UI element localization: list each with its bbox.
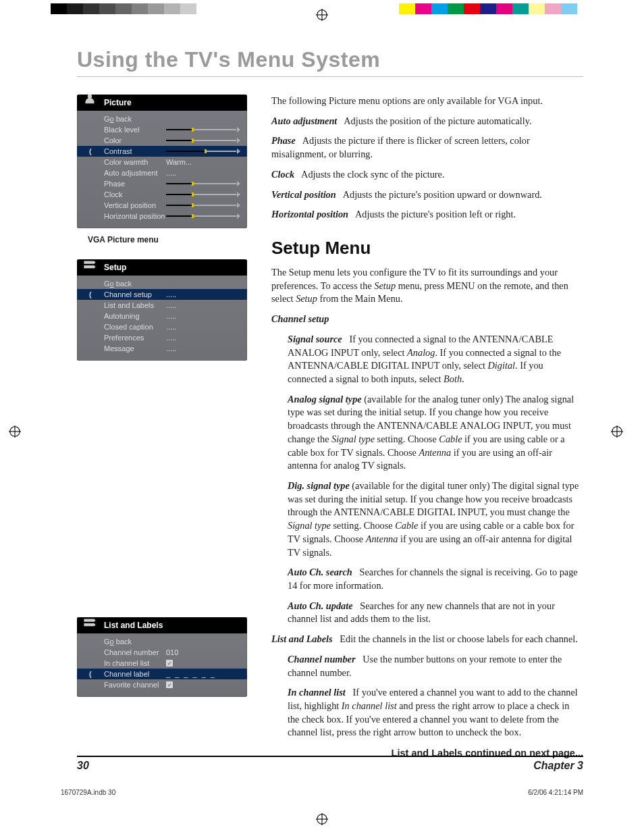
osd-row: Color warmthWarm... [104,157,240,167]
left-column: Picture Go backBlack levelColorContrastC… [77,95,247,697]
color-swatch [415,3,431,14]
color-swatch [51,3,67,14]
osd-row: Autotuning..... [104,311,240,321]
osd-row: Color [104,135,240,146]
def-auto-ch-update: Auto Ch. update Searches for any new cha… [288,600,583,626]
osd-row: Auto adjustment..... [104,167,240,178]
color-swatch [99,3,115,14]
osd-row: Channel setup..... [77,289,247,300]
print-timestamp: 6/2/06 4:21:14 PM [528,789,583,796]
osd-header: Setup [77,259,247,276]
registration-mark-icon [316,9,328,21]
osd-row-label: Channel number [104,648,166,656]
page-title: Using the TV's Menu System [77,47,583,72]
osd-row-value: ..... [166,323,176,331]
osd-row-value: Warm... [166,158,192,166]
def-analog-signal-type: Analog signal type (available for the an… [288,393,583,473]
color-swatch [399,3,415,14]
color-swatch [164,3,180,14]
osd-row: Go back [104,278,240,289]
checkbox-icon: ✓ [166,660,173,667]
def-list-and-labels: List and Labels Edit the channels in the… [271,633,583,646]
osd-row: Black level [104,124,240,135]
registration-mark-icon [9,425,21,438]
osd-slider [166,183,236,184]
osd-slider [166,129,236,130]
def-digital-signal-type: Dig. signal type (available for the digi… [288,479,583,559]
color-swatch [577,3,593,14]
color-swatch [448,3,464,14]
def-auto-ch-search: Auto Ch. search Searches for channels th… [288,566,583,592]
def-channel-number: Channel number Use the number buttons on… [288,653,583,679]
osd-title: Setup [104,263,126,272]
osd-row: In channel list✓ [104,658,240,669]
page-number: 30 [77,760,89,772]
color-swatch [67,3,83,14]
osd-header: List and Labels [77,617,247,633]
osd-row-label: Closed caption [104,323,166,331]
manual-page: Using the TV's Menu System Picture Go ba… [0,0,644,834]
channel-setup-heading: Channel setup [271,313,583,326]
picture-icon [81,95,99,109]
page-footer: 30 Chapter 3 [77,756,583,772]
color-swatch [545,3,561,14]
intro-text: The following Picture menu options are o… [271,95,583,108]
def-auto-adjustment: Auto adjustment Adjusts the position of … [271,115,583,128]
color-swatch [180,3,196,14]
right-column: The following Picture menu options are o… [271,95,583,766]
osd-row-label: Phase [104,180,166,188]
osd-list-labels-menu: List and Labels Go backChannel number010… [77,617,247,697]
def-in-channel-list: In channel list If you've entered a chan… [288,686,583,739]
osd-row-label: Go back [104,637,166,646]
osd-title: Picture [104,98,132,107]
osd-row: Go back [104,113,240,124]
osd-row-label: Go back [104,115,166,123]
osd-row-label: List and Labels [104,301,166,309]
osd-row: Horizontal position [104,211,240,221]
registration-mark-icon [316,813,328,825]
title-divider [77,76,583,77]
color-swatch [480,3,496,14]
osd-row-value: ..... [166,290,176,298]
osd-row-label: Contrast [104,147,166,155]
osd-row-value: ..... [166,301,176,309]
def-phase: Phase Adjusts the picture if there is fl… [271,134,583,161]
def-clock: Clock Adjusts the clock sync of the pict… [271,168,583,182]
osd-row-label: Autotuning [104,312,166,320]
osd-row-value: ..... [166,334,176,342]
osd-caption: VGA Picture menu [88,235,247,244]
setup-heading: Setup Menu [271,236,583,261]
def-horizontal-position: Horizontal position Adjusts the picture'… [271,208,583,221]
osd-row: Phase [104,178,240,189]
registration-mark-icon [611,425,623,438]
checkbox-icon: ✓ [166,681,173,688]
color-swatch [431,3,448,14]
setup-intro: The Setup menu lets you configure the TV… [271,266,583,306]
osd-slider [166,215,236,217]
osd-row-label: Clock [104,190,166,199]
osd-row-value: ..... [166,169,176,177]
setup-icon [81,259,99,274]
osd-row: Vertical position [104,200,240,211]
osd-row-label: Vertical position [104,201,166,209]
color-swatch [83,3,99,14]
color-swatch [561,3,577,14]
osd-slider [166,140,236,141]
osd-row: Clock [104,189,240,200]
color-swatch [529,3,545,14]
print-color-bar-left [51,3,213,14]
osd-row: Preferences..... [104,332,240,343]
osd-row-value: ..... [166,344,176,353]
osd-row: Message..... [104,343,240,354]
color-swatch [115,3,132,14]
osd-row: Favorite channel✓ [104,679,240,690]
color-swatch [148,3,164,14]
osd-row-value: ..... [166,312,176,320]
osd-row-label: Color warmth [104,158,166,166]
setup-icon [81,617,99,632]
print-filename: 1670729A.indb 30 [61,789,115,796]
osd-row-value: 010 [166,648,178,656]
osd-row-label: Preferences [104,334,166,342]
osd-row: List and Labels..... [104,300,240,311]
osd-header: Picture [77,95,247,111]
